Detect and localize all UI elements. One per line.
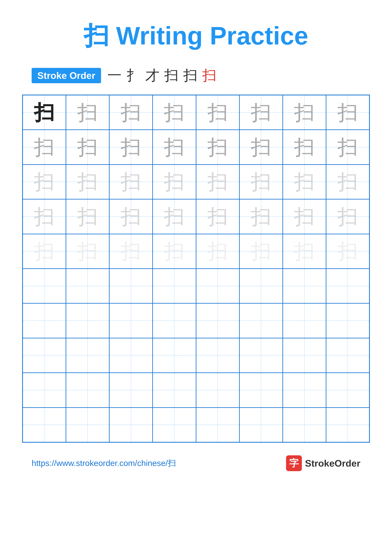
- grid-cell[interactable]: [109, 408, 153, 442]
- grid-cell[interactable]: 扫: [283, 234, 326, 269]
- grid-cell[interactable]: [283, 338, 326, 373]
- practice-char: 扫: [337, 241, 358, 262]
- grid-cell[interactable]: 扫: [196, 199, 239, 234]
- grid-cell[interactable]: 扫: [66, 234, 109, 269]
- grid-cell[interactable]: [153, 269, 196, 303]
- grid-cell[interactable]: 扫: [153, 199, 196, 234]
- footer-url[interactable]: https://www.strokeorder.com/chinese/扫: [32, 458, 176, 469]
- grid-cell[interactable]: 扫: [153, 165, 196, 199]
- grid-cell[interactable]: [153, 303, 196, 338]
- grid-cell[interactable]: [109, 373, 153, 407]
- grid-cell[interactable]: 扫: [326, 234, 369, 269]
- grid-cell[interactable]: [23, 269, 66, 303]
- practice-char: 扫: [34, 137, 55, 157]
- page: 扫 Writing Practice Stroke Order 一 扌 才 扫 …: [0, 0, 392, 555]
- grid-cell[interactable]: 扫: [196, 95, 239, 130]
- practice-char: 扫: [121, 102, 141, 123]
- grid-cell[interactable]: [239, 408, 283, 442]
- stroke-step-4: 扫: [164, 66, 178, 85]
- grid-cell[interactable]: [326, 303, 369, 338]
- grid-cell[interactable]: 扫: [239, 95, 283, 130]
- practice-grid[interactable]: 扫 扫 扫 扫 扫 扫 扫 扫 扫 扫 扫 扫 扫 扫 扫 扫 扫 扫 扫 扫 …: [22, 95, 370, 443]
- grid-cell[interactable]: [196, 408, 239, 442]
- grid-cell[interactable]: [109, 303, 153, 338]
- practice-char: 扫: [34, 206, 55, 227]
- grid-cell[interactable]: [109, 338, 153, 373]
- grid-cell[interactable]: 扫: [109, 165, 153, 199]
- grid-cell[interactable]: [326, 338, 369, 373]
- grid-cell[interactable]: 扫: [66, 165, 109, 199]
- grid-cell[interactable]: [196, 303, 239, 338]
- grid-cell[interactable]: [23, 303, 66, 338]
- practice-char: 扫: [294, 102, 315, 123]
- grid-cell[interactable]: 扫: [239, 130, 283, 164]
- practice-char: 扫: [294, 241, 315, 262]
- grid-cell[interactable]: 扫: [23, 234, 66, 269]
- grid-cell[interactable]: 扫: [66, 130, 109, 164]
- grid-cell[interactable]: 扫: [153, 234, 196, 269]
- grid-cell[interactable]: 扫: [196, 234, 239, 269]
- grid-cell[interactable]: 扫: [23, 165, 66, 199]
- grid-cell[interactable]: 扫: [239, 199, 283, 234]
- grid-cell[interactable]: 扫: [23, 130, 66, 164]
- grid-cell[interactable]: 扫: [326, 95, 369, 130]
- grid-cell[interactable]: [23, 373, 66, 407]
- grid-cell[interactable]: [326, 408, 369, 442]
- grid-cell[interactable]: 扫: [109, 234, 153, 269]
- grid-cell[interactable]: [239, 338, 283, 373]
- grid-cell[interactable]: [196, 338, 239, 373]
- grid-cell[interactable]: [66, 303, 109, 338]
- grid-cell[interactable]: [283, 303, 326, 338]
- practice-char: 扫: [251, 206, 271, 227]
- stroke-step-2: 扌: [126, 66, 141, 85]
- grid-cell[interactable]: [109, 269, 153, 303]
- practice-char: 扫: [207, 171, 228, 192]
- grid-cell[interactable]: [66, 338, 109, 373]
- grid-cell[interactable]: [196, 269, 239, 303]
- grid-cell[interactable]: [66, 408, 109, 442]
- grid-cell[interactable]: 扫: [196, 165, 239, 199]
- grid-cell[interactable]: [239, 303, 283, 338]
- grid-cell[interactable]: [23, 408, 66, 442]
- grid-cell[interactable]: [326, 373, 369, 407]
- grid-cell[interactable]: 扫: [109, 199, 153, 234]
- grid-cell[interactable]: 扫: [153, 95, 196, 130]
- grid-cell[interactable]: 扫: [283, 165, 326, 199]
- grid-cell[interactable]: [66, 269, 109, 303]
- practice-char: 扫: [337, 102, 358, 123]
- grid-cell[interactable]: [283, 408, 326, 442]
- practice-char: 扫: [294, 206, 315, 227]
- grid-cell[interactable]: [283, 373, 326, 407]
- grid-cell[interactable]: [23, 338, 66, 373]
- grid-cell[interactable]: 扫: [326, 165, 369, 199]
- grid-cell[interactable]: 扫: [283, 199, 326, 234]
- grid-cell[interactable]: 扫: [196, 130, 239, 164]
- grid-cell[interactable]: [283, 269, 326, 303]
- practice-char: 扫: [294, 137, 315, 157]
- grid-cell[interactable]: [153, 373, 196, 407]
- grid-cell[interactable]: 扫: [326, 130, 369, 164]
- grid-cell[interactable]: 扫: [66, 199, 109, 234]
- grid-cell[interactable]: 扫: [66, 95, 109, 130]
- grid-cell[interactable]: 扫: [283, 95, 326, 130]
- grid-cell[interactable]: 扫: [326, 199, 369, 234]
- grid-cell[interactable]: 扫: [153, 130, 196, 164]
- grid-cell[interactable]: 扫: [283, 130, 326, 164]
- grid-cell[interactable]: 扫: [239, 234, 283, 269]
- grid-cell[interactable]: 扫: [23, 95, 66, 130]
- grid-cell[interactable]: [196, 373, 239, 407]
- grid-cell[interactable]: 扫: [109, 95, 153, 130]
- practice-char: 扫: [34, 171, 55, 192]
- practice-char: 扫: [164, 137, 185, 157]
- grid-cell[interactable]: 扫: [239, 165, 283, 199]
- grid-cell[interactable]: [239, 373, 283, 407]
- grid-cell[interactable]: [153, 338, 196, 373]
- grid-cell[interactable]: [326, 269, 369, 303]
- grid-cell[interactable]: [239, 269, 283, 303]
- grid-cell[interactable]: 扫: [23, 199, 66, 234]
- grid-cell[interactable]: 扫: [109, 130, 153, 164]
- grid-cell[interactable]: [153, 408, 196, 442]
- grid-cell[interactable]: [66, 373, 109, 407]
- practice-char: 扫: [77, 241, 98, 262]
- practice-char: 扫: [164, 241, 185, 262]
